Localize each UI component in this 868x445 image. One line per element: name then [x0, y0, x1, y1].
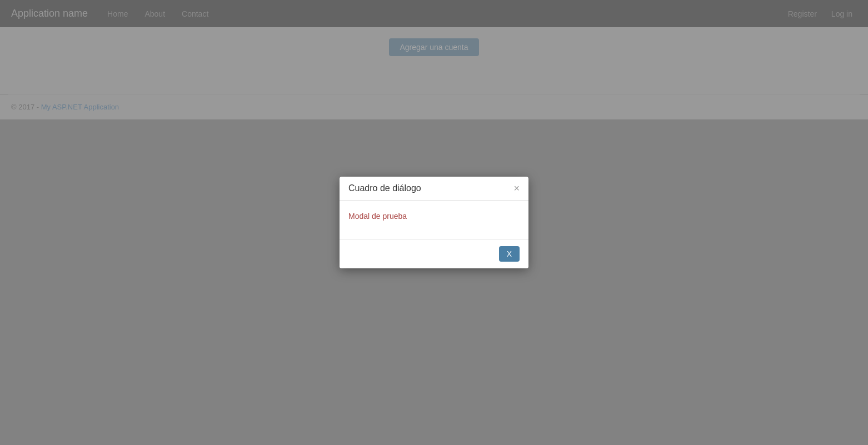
modal-dialog: Cuadro de diálogo × Modal de prueba X	[340, 177, 528, 268]
modal-header: Cuadro de diálogo ×	[340, 177, 528, 201]
modal-close-button[interactable]: X	[499, 246, 520, 262]
modal-footer: X	[340, 239, 528, 268]
modal-close-x-button[interactable]: ×	[513, 183, 520, 193]
modal-title: Cuadro de diálogo	[348, 183, 421, 193]
modal-body-text: Modal de prueba	[348, 212, 407, 221]
modal-body: Modal de prueba	[340, 201, 528, 239]
modal-backdrop: Cuadro de diálogo × Modal de prueba X	[0, 0, 868, 445]
